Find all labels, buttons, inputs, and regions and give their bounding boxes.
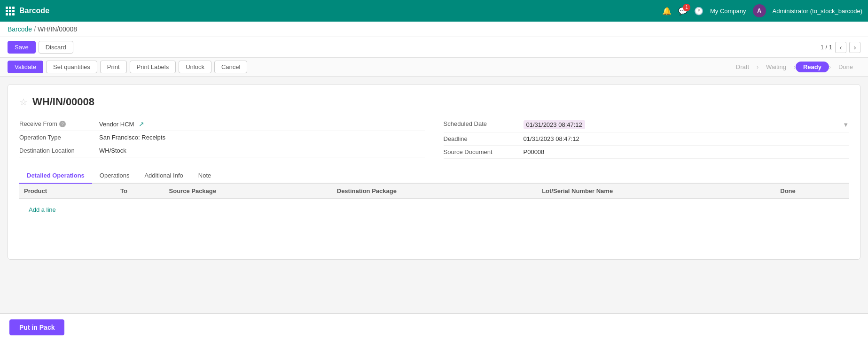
unlock-button[interactable]: Unlock [179, 61, 211, 73]
tabs: Detailed Operations Operations Additiona… [19, 168, 849, 184]
deadline-label: Deadline [444, 135, 524, 142]
page-info: 1 / 1 [821, 44, 832, 51]
col-to: To [116, 184, 164, 199]
user-label: Administrator (to_stock_barcode) [773, 8, 862, 15]
left-fields: Receive From ? Vendor HCM ↗ Operation Ty… [19, 117, 425, 159]
print-labels-button[interactable]: Print Labels [130, 61, 176, 73]
destination-location-label: Destination Location [19, 147, 99, 154]
status-draft: Draft [728, 62, 757, 72]
page-navigation: 1 / 1 ‹ › [821, 42, 860, 53]
tab-note[interactable]: Note [191, 168, 219, 184]
cancel-button[interactable]: Cancel [214, 61, 247, 73]
clock-icon[interactable]: 🕐 [694, 7, 704, 16]
operation-type-label: Operation Type [19, 134, 99, 141]
tab-detailed-operations[interactable]: Detailed Operations [19, 168, 92, 184]
record-title: WH/IN/00008 [32, 96, 94, 108]
favorite-star-icon[interactable]: ☆ [19, 96, 28, 108]
receive-from-help-icon[interactable]: ? [59, 121, 66, 127]
top-navigation: Barcode 🔔 💬 1 🕐 My Company A Administrat… [0, 0, 868, 22]
validate-button[interactable]: Validate [8, 61, 43, 73]
set-quantities-button[interactable]: Set quantities [46, 61, 97, 73]
breadcrumb: Barcode / WH/IN/00008 [0, 22, 868, 37]
app-grid-icon[interactable] [6, 7, 15, 16]
form-fields: Receive From ? Vendor HCM ↗ Operation Ty… [19, 117, 849, 159]
empty-space [19, 221, 849, 240]
status-ready: Ready [796, 62, 829, 72]
col-source-package: Source Package [164, 184, 332, 199]
receive-from-label: Receive From ? [19, 120, 99, 127]
save-button[interactable]: Save [8, 41, 36, 54]
status-bar: Draft › Waiting › Ready › Done [728, 62, 860, 72]
deadline-row: Deadline 01/31/2023 08:47:12 [444, 132, 849, 146]
action-bar: Validate Set quantities Print Print Labe… [0, 58, 868, 77]
source-document-value: P00008 [524, 148, 849, 155]
col-product: Product [19, 184, 116, 199]
breadcrumb-separator: / [34, 25, 36, 33]
col-done: Done [775, 184, 849, 199]
avatar-initial: A [757, 8, 761, 14]
col-lot-serial: Lot/Serial Number Name [537, 184, 775, 199]
avatar[interactable]: A [753, 4, 766, 17]
operation-type-value: San Francisco: Receipts [99, 134, 425, 141]
notification-badge: 1 [683, 4, 690, 11]
receive-from-external-link-icon[interactable]: ↗ [139, 120, 144, 128]
record-title-row: ☆ WH/IN/00008 [19, 96, 849, 108]
source-document-label: Source Document [444, 148, 524, 155]
source-document-row: Source Document P00008 [444, 146, 849, 159]
scheduled-date-row: Scheduled Date 01/31/2023 08:47:12 ▼ [444, 117, 849, 132]
status-done: Done [831, 62, 860, 72]
company-name: My Company [710, 8, 746, 15]
app-title: Barcode [19, 7, 49, 15]
receive-from-value: Vendor HCM ↗ [99, 120, 425, 128]
prev-page-button[interactable]: ‹ [835, 42, 846, 53]
notification-bell-icon[interactable]: 🔔 [662, 7, 672, 16]
divider [19, 244, 849, 244]
add-line-row[interactable]: Add a line [19, 199, 849, 221]
scheduled-date-dropdown-icon[interactable]: ▼ [843, 121, 849, 128]
add-line-link[interactable]: Add a line [24, 202, 844, 217]
next-page-button[interactable]: › [849, 42, 860, 53]
operations-table: Product To Source Package Destination Pa… [19, 184, 849, 221]
deadline-value: 01/31/2023 08:47:12 [524, 135, 849, 142]
discard-button[interactable]: Discard [39, 41, 73, 54]
breadcrumb-current: WH/IN/00008 [38, 25, 77, 33]
save-bar: Save Discard 1 / 1 ‹ › [0, 37, 868, 58]
scheduled-date-label: Scheduled Date [444, 120, 524, 127]
print-button[interactable]: Print [100, 61, 127, 73]
tab-additional-info[interactable]: Additional Info [137, 168, 190, 184]
destination-location-value: WH/Stock [99, 147, 425, 154]
scheduled-date-value[interactable]: 01/31/2023 08:47:12 ▼ [524, 120, 849, 129]
right-fields: Scheduled Date 01/31/2023 08:47:12 ▼ Dea… [444, 117, 849, 159]
main-content: ☆ WH/IN/00008 Receive From ? Vendor HCM … [0, 77, 868, 267]
tab-operations[interactable]: Operations [92, 168, 137, 184]
destination-location-row: Destination Location WH/Stock [19, 144, 425, 157]
form-card: ☆ WH/IN/00008 Receive From ? Vendor HCM … [8, 84, 860, 260]
col-destination-package: Destination Package [332, 184, 537, 199]
messages-icon-wrap[interactable]: 💬 1 [678, 7, 688, 16]
receive-from-row: Receive From ? Vendor HCM ↗ [19, 117, 425, 131]
status-waiting: Waiting [759, 62, 794, 72]
breadcrumb-parent[interactable]: Barcode [8, 25, 32, 33]
operation-type-row: Operation Type San Francisco: Receipts [19, 131, 425, 144]
